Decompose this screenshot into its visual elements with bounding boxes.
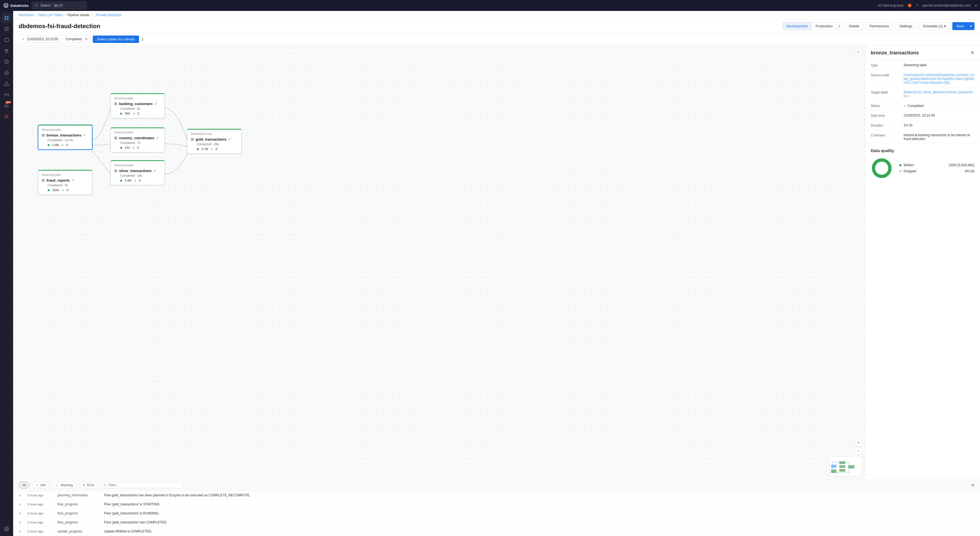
sidebar-item-jobs[interactable] <box>2 90 11 100</box>
filter-warning-btn[interactable]: ⚠ Warning <box>52 482 76 488</box>
stat-gray-value: 0 <box>139 179 140 182</box>
delta-icon <box>4 81 9 86</box>
zoom-in-btn[interactable]: + <box>854 439 862 447</box>
production-btn[interactable]: Production <box>811 22 837 30</box>
start-caret-btn[interactable]: ▾ <box>968 22 975 30</box>
stat-dot-green <box>48 144 49 146</box>
node-stats: 99K 0 <box>120 112 161 115</box>
breadcrumb-dlt[interactable]: Delta Live Tables <box>38 13 63 17</box>
gift-icon: 🎁 <box>908 3 912 7</box>
log-type: flow_progress <box>57 520 99 524</box>
node-header: ⊞ bronze_transactions ✓ <box>41 133 89 137</box>
start-label: Start time <box>871 114 904 117</box>
node-type-label: Streaming table <box>114 97 161 100</box>
log-type: flow_progress <box>57 503 99 506</box>
panel-close-btn[interactable]: ✕ <box>970 50 975 56</box>
sidebar-item-workflows[interactable] <box>2 35 11 45</box>
stat-green-value: 183K <box>52 189 59 192</box>
stat-gray-value: 0 <box>67 189 68 192</box>
detail-row-duration: Duration 1m 5s <box>865 121 980 130</box>
sidebar-item-notebook[interactable] <box>2 24 11 34</box>
start-btn[interactable]: Start <box>952 22 968 30</box>
stat-green-value: 5.8M <box>125 179 131 182</box>
stat-green-value: 99K <box>125 112 130 115</box>
svg-rect-1 <box>5 16 6 17</box>
pipeline-canvas: Streaming table ⊞ bronze_transactions ✓ … <box>13 45 865 479</box>
sidebar-item-list[interactable] <box>2 112 11 121</box>
breadcrumb-workflows[interactable]: Workflows <box>19 13 34 17</box>
log-close-btn[interactable]: ✕ <box>971 483 975 488</box>
warning-icon: ⚠ <box>56 483 59 487</box>
node-banking-customers[interactable]: Streaming table ⊞ banking_customers ✓ Co… <box>110 93 165 118</box>
status-check-icon: ✓ <box>904 104 906 108</box>
select-tables-info-icon[interactable]: ℹ <box>142 37 143 41</box>
sidebar-item-history[interactable] <box>2 57 11 67</box>
zoom-out-btn[interactable]: − <box>854 447 862 455</box>
sidebar-item-settings[interactable] <box>2 524 11 534</box>
alerts-icon <box>4 103 9 108</box>
logo-text: Databricks <box>10 3 29 8</box>
node-name: bronze_transactions <box>46 133 81 137</box>
stat-dot-green <box>197 148 199 150</box>
search-box[interactable]: Search ⌘ + P <box>32 2 86 9</box>
log-status-icon: ✓ <box>19 511 22 515</box>
sidebar-item-data[interactable] <box>2 46 11 56</box>
pipeline-area: Streaming table ⊞ bronze_transactions ✓ … <box>13 45 980 479</box>
detail-row-start: Start time 21/03/2023, 10:14:34 <box>865 111 980 121</box>
info-btn[interactable]: ℹ <box>837 22 842 30</box>
sidebar-item-alerts[interactable]: NEW <box>2 101 11 111</box>
log-status-icon: ✓ <box>19 493 22 498</box>
svg-rect-23 <box>839 465 845 468</box>
node-type-label: Materialized view <box>191 132 238 135</box>
filter-search[interactable] <box>101 482 183 488</box>
svg-point-28 <box>877 164 886 173</box>
permissions-btn[interactable]: Permissions <box>865 22 893 30</box>
filter-input[interactable] <box>109 483 180 487</box>
sidebar-item-home[interactable] <box>2 13 11 23</box>
node-header: ⊞ country_coordinates ✓ <box>114 136 161 140</box>
log-status-icon: ✓ <box>19 529 22 534</box>
filter-info-btn[interactable]: ✓ Info <box>32 482 49 488</box>
schedule-btn[interactable]: Schedule (1) ▾ <box>919 22 950 30</box>
select-tables-btn[interactable]: Select tables for refresh <box>93 36 139 43</box>
development-btn[interactable]: Development <box>783 22 812 30</box>
filter-all-btn[interactable]: All <box>19 482 29 488</box>
search-icon <box>35 4 38 7</box>
node-gold-transactions[interactable]: Materialized view ⊞ gold_transactions ✓ … <box>187 129 242 154</box>
node-header: ⊞ banking_customers ✓ <box>114 101 161 106</box>
legend-label-written: Written <box>904 163 946 167</box>
log-type: planning_information <box>57 493 99 497</box>
breadcrumb-sep-1: › <box>35 13 37 17</box>
filter-error-btn[interactable]: ✕ Error <box>79 482 98 488</box>
svg-rect-24 <box>839 469 845 472</box>
expand-btn[interactable]: ⤢ <box>854 48 862 56</box>
run-selector[interactable]: ✓ 21/03/2023, 10:13:55 · Completed ▾ <box>19 35 90 43</box>
stat-gray-value: 0 <box>138 112 139 115</box>
node-fraud-reports[interactable]: Streaming table ⊞ fraud_reports ✓ Comple… <box>38 170 92 195</box>
compute-icon <box>4 70 9 75</box>
stat-dot-gray <box>134 180 136 182</box>
stat-dot-green <box>120 180 122 182</box>
node-silver-transactions[interactable]: Streaming table ⊞ silver_transactions ✓ … <box>110 160 165 186</box>
table-icon: ⊞ <box>41 178 45 182</box>
main-content: Workflows › Delta Live Tables › Pipeline… <box>13 11 980 536</box>
svg-rect-2 <box>7 16 8 17</box>
svg-rect-4 <box>7 19 8 20</box>
node-bronze-transactions[interactable]: Streaming table ⊞ bronze_transactions ✓ … <box>38 125 92 150</box>
type-label: Type <box>871 63 904 67</box>
source-link[interactable]: /Users/quentin.ambard@databricks.com/tes… <box>904 73 975 84</box>
detail-row-type: Type Streaming table <box>865 60 980 70</box>
sidebar-item-delta[interactable] <box>2 79 11 89</box>
target-link[interactable]: dbdemos.fsi_fraud_detection.bronze_trans… <box>904 90 975 98</box>
node-check-icon: ✓ <box>153 168 157 173</box>
table-icon: ⊞ <box>114 168 118 173</box>
sidebar-item-compute[interactable] <box>2 68 11 78</box>
page-header: dbdemos-fsi-fraud-detection Development … <box>13 19 980 33</box>
table-icon: ⊞ <box>191 137 194 141</box>
node-country-coordinates[interactable]: Streaming table ⊞ country_coordinates ✓ … <box>110 127 165 152</box>
settings-btn[interactable]: Settings <box>896 22 916 30</box>
delete-btn[interactable]: Delete <box>845 22 863 30</box>
feedback-link[interactable]: Provide feedback <box>96 13 121 17</box>
legend-row-dropped: Dropped 0% (0) <box>899 169 975 173</box>
stat-green-value: 244 <box>125 146 130 149</box>
